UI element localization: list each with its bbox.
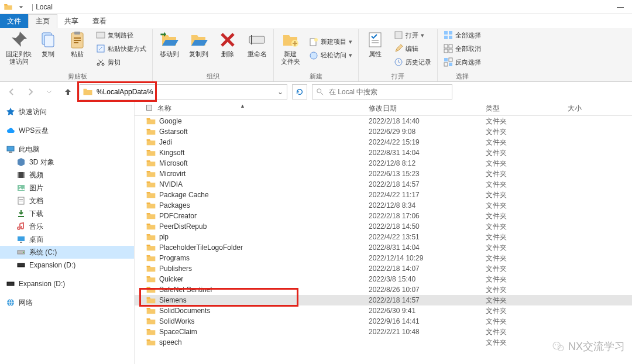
- table-row[interactable]: Gstarsoft2022/6/29 9:08文件夹: [135, 126, 632, 137]
- nav-videos[interactable]: 视频: [0, 169, 134, 181]
- svg-rect-30: [444, 58, 448, 61]
- table-row[interactable]: Packages2022/12/8 8:34文件夹: [135, 200, 632, 211]
- minimize-button[interactable]: —: [612, 3, 628, 11]
- nav-expansion-d1[interactable]: Expansion (D:): [0, 259, 134, 272]
- address-dropdown[interactable]: ⌄: [274, 88, 287, 96]
- address-input[interactable]: [95, 85, 274, 98]
- table-row[interactable]: SolidWorks2022/9/16 14:41文件夹: [135, 316, 632, 327]
- back-button[interactable]: [5, 85, 19, 99]
- table-row[interactable]: Package Cache2022/4/22 11:17文件夹: [135, 190, 632, 200]
- select-none-label: 全部取消: [455, 44, 481, 53]
- svg-rect-33: [449, 63, 452, 66]
- col-type[interactable]: 类型: [486, 104, 568, 114]
- nav-system-c[interactable]: 系统 (C:): [0, 246, 134, 259]
- table-row[interactable]: speech文件夹: [135, 337, 632, 348]
- col-name[interactable]: 名称 ▲: [135, 104, 369, 114]
- up-button[interactable]: [61, 85, 75, 99]
- forward-button[interactable]: [23, 85, 37, 99]
- table-row[interactable]: Microsoft2022/12/8 8:12文件夹: [135, 158, 632, 169]
- tab-share[interactable]: 共享: [57, 14, 85, 28]
- nav-expansion-d2[interactable]: Expansion (D:): [0, 277, 134, 290]
- svg-point-16: [310, 52, 317, 59]
- table-row[interactable]: Publishers2022/2/18 14:07文件夹: [135, 263, 632, 274]
- open-row[interactable]: 打开 ▾: [391, 29, 434, 41]
- nav-pane: 快速访问 WPS云盘 此电脑 3D 对象 视频 图片 文档 下载 音乐 桌面 系…: [0, 102, 135, 364]
- table-row[interactable]: PlaceholderTileLogoFolder2022/8/31 14:04…: [135, 242, 632, 253]
- nav-this-pc[interactable]: 此电脑: [0, 143, 134, 156]
- table-row[interactable]: pip2022/4/22 13:51文件夹: [135, 232, 632, 242]
- edit-row[interactable]: 编辑: [391, 43, 434, 54]
- col-size[interactable]: 大小: [568, 104, 632, 114]
- properties-button[interactable]: 属性: [362, 29, 388, 58]
- address-bar[interactable]: ⌄: [80, 84, 287, 99]
- col-date[interactable]: 修改日期: [369, 104, 486, 114]
- folder-icon: [146, 286, 156, 294]
- copy-button[interactable]: 复制: [35, 29, 61, 58]
- folder-icon: [146, 170, 156, 178]
- copy-to-button[interactable]: 复制到: [186, 29, 211, 58]
- table-row[interactable]: Jedi2022/4/22 15:19文件夹: [135, 137, 632, 147]
- nav-documents[interactable]: 文档: [0, 194, 134, 207]
- paste-shortcut-row[interactable]: 粘贴快捷方式: [94, 43, 149, 54]
- quick-down-icon[interactable]: [16, 2, 26, 12]
- table-row[interactable]: PDFCreator2022/2/18 17:06文件夹: [135, 211, 632, 221]
- select-all-row[interactable]: 全部选择: [441, 29, 483, 41]
- table-row[interactable]: NVIDIA2022/2/18 14:57文件夹: [135, 179, 632, 190]
- paste-button[interactable]: 粘贴: [64, 29, 90, 58]
- title-bar: | Local —: [0, 0, 632, 14]
- recent-dropdown[interactable]: [42, 85, 56, 99]
- pin-button[interactable]: 固定到快 速访问: [6, 29, 32, 66]
- tab-view[interactable]: 查看: [85, 14, 114, 28]
- table-row[interactable]: Google2022/2/18 14:40文件夹: [135, 116, 632, 126]
- refresh-button[interactable]: [292, 84, 307, 99]
- table-row[interactable]: SafeNet Sentinel2022/8/26 10:07文件夹: [135, 284, 632, 295]
- search-box[interactable]: [312, 84, 452, 99]
- file-type: 文件夹: [486, 116, 568, 126]
- easy-access-row[interactable]: 轻松访问 ▾: [307, 50, 355, 61]
- table-row[interactable]: Kingsoft2022/8/31 14:04文件夹: [135, 147, 632, 158]
- table-row[interactable]: Quicker2022/3/8 15:40文件夹: [135, 274, 632, 284]
- nav-quick-access[interactable]: 快速访问: [0, 105, 134, 118]
- group-open-label: 打开: [391, 71, 404, 81]
- folder-icon: [146, 328, 156, 336]
- history-row[interactable]: 历史记录: [391, 56, 434, 68]
- invert-row[interactable]: 反向选择: [441, 56, 483, 68]
- table-row[interactable]: SpaceClaim2022/2/21 10:48文件夹: [135, 327, 632, 337]
- drive-icon: [16, 248, 26, 257]
- cut-row[interactable]: 剪切: [94, 56, 149, 68]
- table-row[interactable]: Programs2022/12/14 10:29文件夹: [135, 253, 632, 263]
- select-none-row[interactable]: 全部取消: [441, 43, 483, 54]
- header-checkbox[interactable]: [146, 105, 152, 111]
- copy-to-label: 复制到: [189, 50, 208, 58]
- pin-label: 固定到快 速访问: [6, 50, 32, 66]
- tab-file[interactable]: 文件: [0, 14, 28, 28]
- table-row[interactable]: PeerDistRepub2022/2/18 14:50文件夹: [135, 221, 632, 232]
- nav-downloads[interactable]: 下载: [0, 207, 134, 220]
- copy-path-row[interactable]: 复制路径: [94, 29, 149, 41]
- nav-music[interactable]: 音乐: [0, 220, 134, 233]
- history-label: 历史记录: [406, 58, 431, 67]
- folder-icon: [146, 128, 156, 136]
- table-row[interactable]: SolidDocuments2022/6/30 9:41文件夹: [135, 305, 632, 316]
- nav-network[interactable]: 网络: [0, 296, 134, 309]
- nav-3d-objects[interactable]: 3D 对象: [0, 156, 134, 169]
- tab-home[interactable]: 主页: [28, 14, 57, 28]
- new-folder-button[interactable]: 新建 文件夹: [277, 29, 303, 66]
- table-row[interactable]: Microvirt2022/6/13 15:23文件夹: [135, 169, 632, 179]
- nav-desktop[interactable]: 桌面: [0, 233, 134, 246]
- nav-wps[interactable]: WPS云盘: [0, 124, 134, 137]
- nav-pictures[interactable]: 图片: [0, 181, 134, 194]
- svg-rect-7: [97, 32, 105, 38]
- table-row[interactable]: Siemens2022/2/18 14:57文件夹: [135, 295, 632, 305]
- delete-label: 删除: [221, 50, 234, 58]
- new-item-row[interactable]: 新建项目 ▾: [307, 36, 355, 48]
- folder-icon: [146, 317, 156, 325]
- cube-icon: [16, 157, 26, 167]
- move-to-button[interactable]: 移动到: [156, 29, 182, 58]
- svg-rect-25: [449, 36, 452, 39]
- file-date: 2022/8/31 14:04: [369, 149, 486, 157]
- nav-row: ⌄: [0, 82, 632, 102]
- search-input[interactable]: [328, 87, 448, 97]
- delete-button[interactable]: 删除: [215, 29, 241, 58]
- rename-button[interactable]: 重命名: [244, 29, 270, 58]
